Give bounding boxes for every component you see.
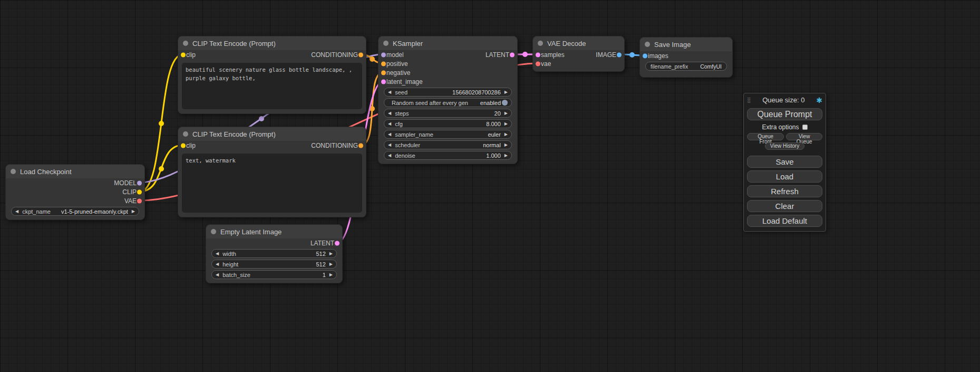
view-history-button[interactable]: View History <box>765 142 804 150</box>
load-default-button[interactable]: Load Default <box>747 215 822 227</box>
node-save-image[interactable]: Save Image images filename_prefix ComfyU… <box>639 37 733 78</box>
widget-label: steps <box>395 110 409 117</box>
node-title-bar[interactable]: Save Image <box>640 37 732 51</box>
node-load-checkpoint[interactable]: Load Checkpoint MODEL CLIP VAE ◀ ckpt_na… <box>5 164 145 220</box>
collapse-dot-icon[interactable] <box>645 42 650 47</box>
collapse-dot-icon[interactable] <box>383 41 389 46</box>
input-slot-clip[interactable] <box>181 143 186 148</box>
widget-scheduler[interactable]: ◀ scheduler normal ▶ <box>384 140 512 149</box>
toggle-knob-icon[interactable] <box>502 100 508 106</box>
node-title-bar[interactable]: Empty Latent Image <box>206 225 342 239</box>
widget-filename-prefix[interactable]: filename_prefix ComfyUI <box>645 62 727 71</box>
output-slot-image[interactable] <box>617 52 622 57</box>
widget-cfg[interactable]: ◀ cfg 8.000 ▶ <box>384 119 512 128</box>
input-slot-model[interactable] <box>381 52 386 57</box>
collapse-dot-icon[interactable] <box>538 41 543 46</box>
clear-button[interactable]: Clear <box>747 200 822 212</box>
node-title-bar[interactable]: CLIP Text Encode (Prompt) <box>178 36 366 50</box>
queue-prompt-button[interactable]: Queue Prompt <box>747 108 822 120</box>
prompt-textarea[interactable]: text, watermark <box>182 154 362 213</box>
drag-handle-icon[interactable]: ⣿ <box>747 97 751 103</box>
decrement-arrow-icon[interactable]: ◀ <box>388 111 391 116</box>
widget-batch-size[interactable]: ◀ batch_size 1 ▶ <box>211 270 337 279</box>
node-ksampler[interactable]: KSampler model LATENT positive negative … <box>378 36 518 164</box>
increment-arrow-icon[interactable]: ▶ <box>329 262 333 266</box>
widget-value: 1.000 <box>486 152 501 159</box>
node-title: Load Checkpoint <box>20 168 72 176</box>
decrement-arrow-icon[interactable]: ◀ <box>388 90 391 94</box>
save-button[interactable]: Save <box>747 156 822 168</box>
increment-arrow-icon[interactable]: ▶ <box>329 273 333 277</box>
node-title-bar[interactable]: KSampler <box>379 36 517 50</box>
widget-label: filename_prefix <box>651 63 688 70</box>
widget-seed[interactable]: ◀ seed 156680208700286 ▶ <box>384 88 512 97</box>
input-slot-clip[interactable] <box>181 52 186 57</box>
increment-arrow-icon[interactable]: ▶ <box>329 252 333 256</box>
prompt-textarea[interactable]: beautiful scenery nature glass bottle la… <box>182 63 362 109</box>
widget-height[interactable]: ◀ height 512 ▶ <box>211 260 337 269</box>
widget-value: 156680208700286 <box>452 89 501 96</box>
extra-options-label: Extra options <box>762 123 799 131</box>
output-slot-vae[interactable] <box>137 198 142 203</box>
node-canvas[interactable]: Load Checkpoint MODEL CLIP VAE ◀ ckpt_na… <box>0 0 980 372</box>
input-slot-samples[interactable] <box>536 52 540 57</box>
node-vae-decode[interactable]: VAE Decode samples IMAGE vae <box>532 36 625 72</box>
increment-arrow-icon[interactable]: ▶ <box>132 209 135 214</box>
node-clip-text-encode-positive[interactable]: CLIP Text Encode (Prompt) clip CONDITION… <box>178 36 366 114</box>
slot-row-samples: samples IMAGE <box>533 50 624 59</box>
widget-ckpt-name[interactable]: ◀ ckpt_name v1-5-pruned-emaonly.ckpt ▶ <box>11 207 139 216</box>
node-empty-latent-image[interactable]: Empty Latent Image LATENT ◀ width 512 ▶ … <box>206 224 343 283</box>
node-title: CLIP Text Encode (Prompt) <box>192 130 276 138</box>
load-button[interactable]: Load <box>747 170 822 183</box>
refresh-button[interactable]: Refresh <box>747 185 822 197</box>
queue-buttons-row: Queue Front View Queue <box>747 133 822 140</box>
output-slot-latent[interactable] <box>510 52 515 57</box>
input-slot-vae[interactable] <box>536 61 540 66</box>
increment-arrow-icon[interactable]: ▶ <box>504 111 508 116</box>
widget-steps[interactable]: ◀ steps 20 ▶ <box>384 109 512 118</box>
increment-arrow-icon[interactable]: ▶ <box>504 154 508 158</box>
node-title-bar[interactable]: CLIP Text Encode (Prompt) <box>178 127 366 141</box>
slot-row-latent-image: latent_image <box>379 77 517 86</box>
increment-arrow-icon[interactable]: ▶ <box>504 122 508 126</box>
input-slot-latent-image[interactable] <box>381 79 386 84</box>
decrement-arrow-icon[interactable]: ◀ <box>388 132 391 137</box>
settings-gear-icon[interactable]: ✱ <box>816 97 822 104</box>
decrement-arrow-icon[interactable]: ◀ <box>388 143 391 147</box>
increment-arrow-icon[interactable]: ▶ <box>504 90 508 94</box>
collapse-dot-icon[interactable] <box>211 229 216 234</box>
extra-options-checkbox[interactable] <box>802 125 808 130</box>
input-label-model: model <box>386 51 404 59</box>
output-slot-conditioning[interactable] <box>358 52 363 57</box>
widget-denoise[interactable]: ◀ denoise 1.000 ▶ <box>384 151 512 160</box>
decrement-arrow-icon[interactable]: ◀ <box>216 252 219 256</box>
queue-front-button[interactable]: Queue Front <box>747 133 784 140</box>
collapse-dot-icon[interactable] <box>183 41 188 46</box>
input-slot-images[interactable] <box>643 53 647 58</box>
input-slot-positive[interactable] <box>381 61 386 66</box>
widget-sampler-name[interactable]: ◀ sampler_name euler ▶ <box>384 130 512 139</box>
node-title-bar[interactable]: Load Checkpoint <box>6 165 144 178</box>
decrement-arrow-icon[interactable]: ◀ <box>388 122 391 126</box>
collapse-dot-icon[interactable] <box>183 131 188 137</box>
widget-value: 512 <box>316 261 325 268</box>
input-label-samples: samples <box>541 51 565 59</box>
increment-arrow-icon[interactable]: ▶ <box>504 132 508 137</box>
widget-random-seed-toggle[interactable]: Random seed after every gen enabled <box>384 98 512 107</box>
decrement-arrow-icon[interactable]: ◀ <box>15 209 18 214</box>
output-slot-latent[interactable] <box>335 241 339 245</box>
decrement-arrow-icon[interactable]: ◀ <box>388 154 391 158</box>
node-title-bar[interactable]: VAE Decode <box>533 36 624 50</box>
increment-arrow-icon[interactable]: ▶ <box>504 143 508 147</box>
decrement-arrow-icon[interactable]: ◀ <box>216 273 219 277</box>
output-label-latent: LATENT <box>311 240 334 247</box>
output-slot-model[interactable] <box>137 180 142 185</box>
output-slot-conditioning[interactable] <box>358 143 363 148</box>
decrement-arrow-icon[interactable]: ◀ <box>216 262 219 266</box>
collapse-dot-icon[interactable] <box>11 169 16 174</box>
node-clip-text-encode-negative[interactable]: CLIP Text Encode (Prompt) clip CONDITION… <box>178 127 366 217</box>
view-queue-button[interactable]: View Queue <box>786 133 822 140</box>
output-slot-clip[interactable] <box>137 189 142 194</box>
widget-width[interactable]: ◀ width 512 ▶ <box>211 249 337 258</box>
input-slot-negative[interactable] <box>381 70 386 75</box>
